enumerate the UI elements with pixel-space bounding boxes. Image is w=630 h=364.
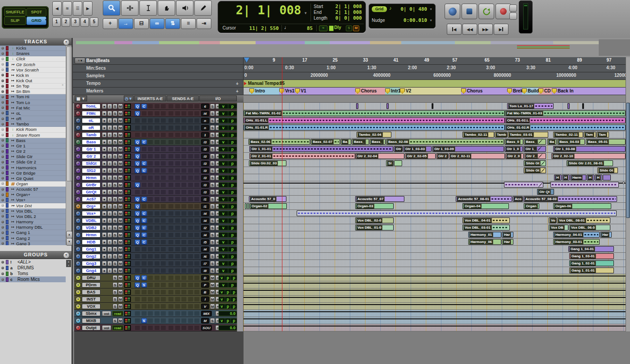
sidebar-track-organ-[interactable]: ↦Organ+ <box>0 192 66 197</box>
audio-clip[interactable] <box>432 103 433 109</box>
send-slot-d[interactable] <box>188 311 193 316</box>
solo-button[interactable]: S <box>113 268 118 273</box>
automation-lanes-panel[interactable]: vp <box>218 225 237 230</box>
insert-slot-b[interactable]: C <box>141 232 147 238</box>
mute-button[interactable]: M <box>118 161 123 166</box>
mute-button[interactable]: M <box>118 132 123 138</box>
insert-slot-a[interactable]: Q <box>134 111 140 116</box>
automation-chip-p1[interactable]: p <box>228 147 237 151</box>
send-slot-d[interactable] <box>188 125 193 130</box>
audio-clip[interactable]: OHs_01-02.L <box>505 117 626 123</box>
audio-clip[interactable]: Aco <box>512 196 523 202</box>
track-name-button[interactable]: VDBL <box>82 218 101 223</box>
record-enable-button[interactable]: ● <box>102 189 107 195</box>
insert-slot-a[interactable]: Q <box>134 225 140 230</box>
lane-bass[interactable]: Bass_02-06Bass_02-07BaBass_Bass_Bass_02-… <box>244 138 626 146</box>
track-controls-inst[interactable]: ▾INSTSMIM+vpp <box>74 296 237 303</box>
insert-slot-c[interactable] <box>147 139 153 145</box>
link-timeline-edit-selection-button[interactable]: ∞ <box>150 18 164 29</box>
send-slot-e[interactable] <box>194 204 200 209</box>
sidebar-track-bass[interactable]: ↦Bass <box>0 138 66 143</box>
insert-slot-d[interactable] <box>154 161 160 166</box>
send-slot-c[interactable] <box>181 139 187 145</box>
insert-slot-b[interactable] <box>141 154 147 159</box>
nudge-value[interactable]: 0:00.010 <box>395 17 427 23</box>
sidebar-track-gtr-1[interactable]: ↦Gtr 1 <box>0 143 66 149</box>
track-list-scroll-up-icon[interactable]: ▲ <box>66 231 72 238</box>
crossfade-icon[interactable] <box>538 182 543 187</box>
send-slot-b[interactable] <box>175 218 181 223</box>
send-slot-e[interactable] <box>194 311 200 316</box>
insert-slot-c[interactable] <box>147 111 153 116</box>
automation-chip-p1[interactable]: p <box>228 111 237 116</box>
track-name-button[interactable]: Vox+ <box>82 211 101 216</box>
send-slot-e[interactable] <box>194 218 200 223</box>
audio-clip[interactable]: Gtr 1_03-03 <box>403 146 432 152</box>
automation-chip-v0[interactable]: v <box>219 183 228 187</box>
audio-clip[interactable]: OHs_01-01.R <box>244 125 505 130</box>
solo-button[interactable]: S <box>113 168 118 173</box>
insert-slot-e[interactable] <box>160 111 166 116</box>
io-indicator[interactable]: n <box>201 118 209 123</box>
automation-chip-v0[interactable]: v <box>219 318 225 323</box>
automation-chip-v0[interactable]: v <box>219 147 228 151</box>
insert-slot-a[interactable] <box>134 297 140 302</box>
io-indicator[interactable]: 6 <box>201 104 209 109</box>
zoom-preset-2[interactable]: 2 <box>62 17 70 27</box>
insert-slot-d[interactable] <box>154 189 160 195</box>
record-enable-button[interactable]: ● <box>102 111 107 116</box>
insert-slot-e[interactable] <box>160 154 166 159</box>
track-controls-bas[interactable]: ▾BASSMBM+vpp <box>74 289 237 296</box>
insert-slot-a[interactable] <box>134 125 140 130</box>
insert-slot-c[interactable] <box>147 154 153 159</box>
grid-mode-button[interactable]: Grid <box>372 6 387 12</box>
record-enable-button[interactable]: ● <box>102 146 107 152</box>
send-slot-e[interactable] <box>194 318 200 323</box>
insert-slot-c[interactable] <box>147 318 153 323</box>
insert-slot-a[interactable]: Q <box>134 154 140 159</box>
insert-slot-d[interactable] <box>154 154 160 159</box>
insert-slot-c[interactable] <box>147 218 153 223</box>
send-slot-c[interactable] <box>181 304 187 309</box>
audio-clip[interactable]: Gang 1_04-01 <box>568 246 614 252</box>
send-slot-a[interactable] <box>168 275 174 280</box>
send-slot-a[interactable] <box>168 132 174 138</box>
io-solo-mute-chip[interactable]: S <box>210 211 215 216</box>
send-slot-b[interactable] <box>175 282 181 288</box>
volume-view-button[interactable]: vol <box>102 311 111 316</box>
insert-slot-b[interactable] <box>141 297 147 302</box>
send-slot-a[interactable] <box>168 254 174 259</box>
input-monitor-button[interactable]: I <box>107 146 112 152</box>
automation-lanes-panel[interactable]: vp <box>218 104 237 109</box>
insert-slot-e[interactable] <box>160 232 166 238</box>
lane-vdbl[interactable]: Vox DBL_02-0Vox DBL_04-01VoVox DBL_08-01 <box>244 217 626 224</box>
insert-slot-a[interactable]: Q <box>134 182 140 188</box>
automation-chip-v0[interactable]: v <box>219 140 228 144</box>
send-slot-a[interactable] <box>168 211 174 216</box>
audio-clip[interactable]: Gtr 2_02-05 <box>405 153 436 159</box>
automation-chip-v0[interactable]: v <box>219 304 225 309</box>
input-monitor-button[interactable]: I <box>107 204 112 209</box>
track-color-dot-icon[interactable]: ▾ <box>76 275 81 280</box>
selector-tool-button[interactable] <box>139 0 157 16</box>
crossfade-icon[interactable] <box>538 154 542 159</box>
lane-hdb[interactable]: Harmony_06HarHarmony_03-01 <box>244 238 626 246</box>
insert-slot-b[interactable] <box>141 125 147 130</box>
send-slot-c[interactable] <box>181 175 187 180</box>
automation-chip-p1[interactable]: p <box>228 268 237 273</box>
insert-slot-e[interactable] <box>160 225 166 230</box>
send-slot-e[interactable] <box>194 104 200 109</box>
insert-slot-b[interactable]: C <box>141 218 147 223</box>
insert-slot-c[interactable] <box>147 268 153 273</box>
send-slot-a[interactable] <box>168 218 174 223</box>
send-slot-c[interactable] <box>181 197 187 202</box>
track-show-dot-icon[interactable] <box>1 204 4 207</box>
track-show-dot-icon[interactable] <box>1 177 4 180</box>
io-indicator[interactable]: I4 <box>201 232 209 238</box>
trimmer-tool-button[interactable] <box>121 0 139 16</box>
io-solo-mute-chip[interactable]: S <box>210 318 215 323</box>
insert-slot-b[interactable] <box>141 247 147 252</box>
audio-clip[interactable]: Tambo_02-11 <box>553 132 583 138</box>
track-color-dot-icon[interactable]: ▾ <box>76 175 81 180</box>
track-show-dot-icon[interactable] <box>1 144 4 147</box>
